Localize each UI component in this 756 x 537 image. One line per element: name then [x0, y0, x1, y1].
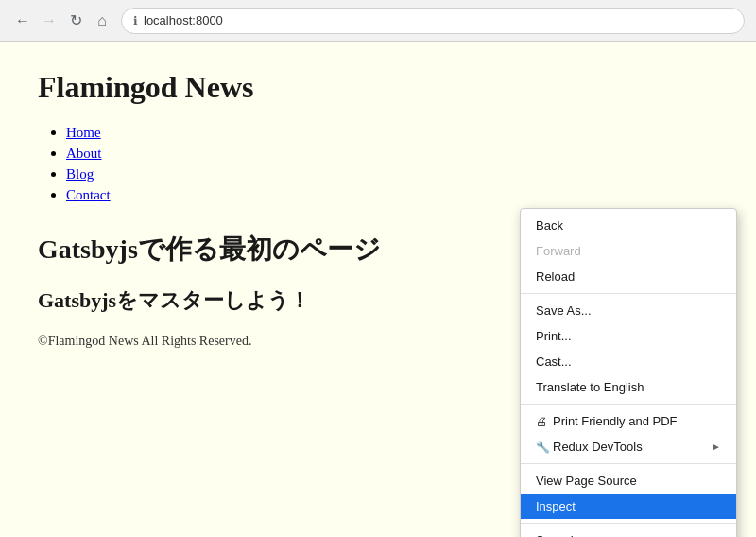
- menu-label-print-friendly: Print Friendly and PDF: [553, 414, 721, 428]
- menu-label-forward: Forward: [536, 244, 721, 258]
- nav-buttons: ← → ↻ ⌂: [11, 9, 113, 32]
- menu-label-save-as: Save As...: [536, 303, 721, 318]
- menu-label-cast: Cast...: [536, 355, 721, 369]
- menu-label-print: Print...: [536, 329, 721, 343]
- menu-item-inspect[interactable]: Inspect: [521, 494, 736, 519]
- list-item: Home: [66, 124, 718, 141]
- menu-item-forward[interactable]: Forward: [521, 238, 736, 264]
- menu-item-print[interactable]: Print...: [521, 323, 736, 349]
- menu-label-redux: Redux DevTools: [553, 440, 712, 454]
- menu-label-view-source: View Page Source: [536, 474, 721, 488]
- menu-separator-4: [521, 523, 736, 524]
- menu-item-translate[interactable]: Translate to English: [521, 374, 736, 400]
- redux-submenu-chevron: ►: [712, 442, 721, 452]
- list-item: Contact: [66, 186, 718, 203]
- menu-item-cast[interactable]: Cast...: [521, 349, 736, 374]
- nav-link-blog[interactable]: Blog: [66, 166, 94, 182]
- menu-item-redux[interactable]: 🔧 Redux DevTools ►: [521, 434, 736, 459]
- nav-link-contact[interactable]: Contact: [66, 187, 111, 202]
- redux-icon: 🔧: [536, 441, 553, 454]
- home-button[interactable]: ⌂: [91, 9, 113, 32]
- site-title: Flamingod News: [38, 70, 718, 105]
- menu-separator-3: [521, 463, 736, 464]
- print-friendly-icon: 🖨: [536, 415, 553, 428]
- menu-item-back[interactable]: Back: [521, 213, 736, 238]
- back-button[interactable]: ←: [11, 9, 34, 32]
- reload-button[interactable]: ↻: [64, 9, 87, 32]
- browser-chrome: ← → ↻ ⌂ ℹ localhost:8000: [0, 0, 756, 42]
- menu-item-view-source[interactable]: View Page Source: [521, 468, 736, 494]
- url-text: localhost:8000: [144, 13, 223, 27]
- menu-separator-2: [521, 404, 736, 405]
- nav-link-about[interactable]: About: [66, 146, 102, 161]
- menu-separator-1: [521, 293, 736, 294]
- nav-link-home[interactable]: Home: [66, 125, 101, 140]
- menu-label-speech: Speech: [536, 533, 712, 537]
- menu-item-reload[interactable]: Reload: [521, 264, 736, 289]
- list-item: Blog: [66, 165, 718, 182]
- nav-list: Home About Blog Contact: [38, 124, 718, 203]
- menu-item-speech[interactable]: Speech ►: [521, 528, 736, 537]
- menu-label-inspect: Inspect: [536, 499, 721, 513]
- menu-label-translate: Translate to English: [536, 380, 721, 394]
- context-menu: Back Forward Reload Save As... Print... …: [520, 208, 737, 537]
- list-item: About: [66, 145, 718, 162]
- menu-label-reload: Reload: [536, 269, 721, 284]
- lock-icon: ℹ: [133, 14, 138, 27]
- menu-label-back: Back: [536, 218, 721, 233]
- forward-button[interactable]: →: [38, 9, 60, 32]
- menu-item-save-as[interactable]: Save As...: [521, 298, 736, 323]
- menu-item-print-friendly[interactable]: 🖨 Print Friendly and PDF: [521, 408, 736, 434]
- address-bar[interactable]: ℹ localhost:8000: [121, 8, 745, 34]
